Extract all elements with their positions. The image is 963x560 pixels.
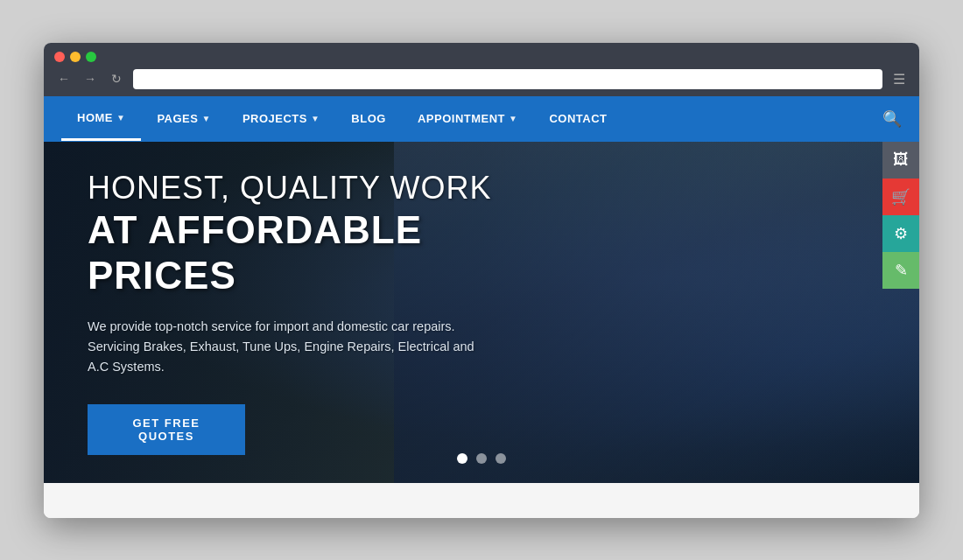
nav-label-blog: BLOG <box>351 112 386 125</box>
nav-label-home: HOME <box>77 111 113 124</box>
cta-button[interactable]: GET FREE QUOTES <box>88 404 245 455</box>
browser-menu-button[interactable]: ☰ <box>889 69 909 89</box>
site-nav: HOME ▼ PAGES ▼ PROJECTS ▼ BLOG APPOINTME… <box>44 96 919 142</box>
monitor-tool[interactable]: 🖼 <box>882 142 919 178</box>
chevron-icon-projects: ▼ <box>311 114 320 123</box>
slider-dots <box>457 453 506 464</box>
hero-section: HONEST, QUALITY WORK AT AFFORDABLE PRICE… <box>44 142 919 483</box>
cart-tool[interactable]: 🛒 <box>882 178 919 215</box>
address-bar[interactable]: https://www.immenseart.com <box>133 69 882 89</box>
slider-dot-1[interactable] <box>457 453 467 464</box>
browser-window: ← → ↻ https://www.immenseart.com ☰ HOME … <box>44 43 919 518</box>
refresh-button[interactable]: ↻ <box>107 69 126 88</box>
browser-chrome: ← → ↻ https://www.immenseart.com ☰ <box>44 43 919 96</box>
hero-content: HONEST, QUALITY WORK AT AFFORDABLE PRICE… <box>44 142 552 483</box>
nav-item-appointment[interactable]: APPOINTMENT ▼ <box>402 98 534 139</box>
nav-items: HOME ▼ PAGES ▼ PROJECTS ▼ BLOG APPOINTME… <box>61 97 882 141</box>
slider-dot-3[interactable] <box>496 453 506 464</box>
chevron-icon-home: ▼ <box>116 113 125 122</box>
nav-label-appointment: APPOINTMENT <box>418 112 505 125</box>
browser-dots <box>54 52 909 62</box>
settings-tool[interactable]: ⚙ <box>882 215 919 252</box>
nav-item-projects[interactable]: PROJECTS ▼ <box>227 98 335 139</box>
edit-icon: ✎ <box>895 261 908 280</box>
chevron-icon-appointment: ▼ <box>509 114 517 123</box>
nav-label-projects: PROJECTS <box>243 112 307 125</box>
search-button[interactable]: 🔍 <box>882 109 902 129</box>
dot-minimize[interactable] <box>70 52 81 62</box>
chevron-icon-pages: ▼ <box>201 114 210 123</box>
dot-close[interactable] <box>54 52 65 62</box>
nav-label-contact: CONTACT <box>549 112 607 125</box>
edit-tool[interactable]: ✎ <box>882 252 919 289</box>
hero-description: We provide top-notch service for import … <box>88 317 490 378</box>
forward-button[interactable]: → <box>81 69 100 88</box>
back-button[interactable]: ← <box>54 69 74 88</box>
nav-label-pages: PAGES <box>157 112 198 125</box>
hero-title-line2: AT AFFORDABLE PRICES <box>88 207 508 300</box>
nav-item-blog[interactable]: BLOG <box>335 98 402 139</box>
dot-maximize[interactable] <box>86 52 96 62</box>
cart-icon: 🛒 <box>891 187 910 206</box>
browser-footer <box>44 483 919 518</box>
hero-title-line1: HONEST, QUALITY WORK <box>88 169 508 206</box>
nav-item-home[interactable]: HOME ▼ <box>61 97 141 141</box>
monitor-icon: 🖼 <box>893 150 909 169</box>
nav-item-contact[interactable]: CONTACT <box>533 98 622 139</box>
browser-toolbar: ← → ↻ https://www.immenseart.com ☰ <box>54 69 909 89</box>
settings-icon: ⚙ <box>894 224 908 243</box>
slider-dot-2[interactable] <box>476 453 487 464</box>
nav-item-pages[interactable]: PAGES ▼ <box>141 98 226 139</box>
search-icon: 🔍 <box>882 110 902 128</box>
side-toolbar: 🖼 🛒 ⚙ ✎ <box>882 142 919 483</box>
